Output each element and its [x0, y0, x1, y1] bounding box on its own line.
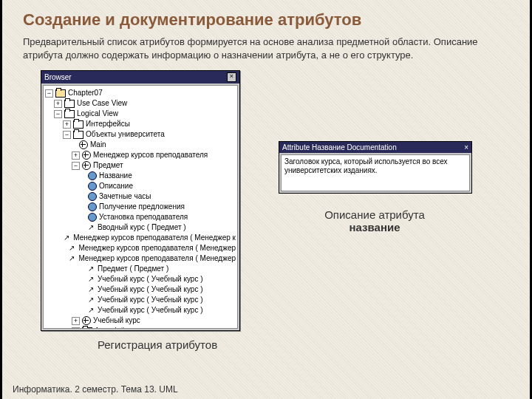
link-icon: [64, 234, 71, 242]
link-icon: [69, 245, 76, 252]
tree-item[interactable]: Предмет ( Предмет ): [98, 264, 168, 274]
left-caption: Регистрация атрибутов: [58, 338, 256, 351]
tree-item[interactable]: Учебный курс ( Учебный курс ): [98, 274, 203, 284]
tree-item[interactable]: Менеджер курсов преподавателя ( Менеджер…: [73, 233, 236, 243]
tree-item[interactable]: Chapter07: [68, 88, 103, 98]
operation-icon: [88, 202, 97, 211]
tree-item[interactable]: Интерфейсы: [86, 119, 130, 129]
tree-item[interactable]: Учебный курс ( Учебный курс ): [98, 284, 203, 295]
package-icon: [64, 100, 75, 108]
expand-icon[interactable]: +: [72, 151, 80, 160]
expand-icon[interactable]: +: [72, 317, 80, 325]
tree-item[interactable]: Объекты университета: [86, 129, 165, 140]
description: Предварительный список атрибутов формиру…: [23, 35, 496, 61]
right-caption: Описание атрибута название: [279, 208, 471, 233]
browser-window: Browser × −Chapter07 +Use Case View −Log…: [41, 70, 240, 331]
tree-item[interactable]: Учебный курс ( Учебный курс ): [98, 295, 203, 305]
tree-item[interactable]: Описание: [99, 181, 133, 191]
class-icon: [82, 151, 91, 160]
folder-icon: [55, 89, 66, 98]
tree-item[interactable]: Logical View: [77, 109, 118, 119]
doc-window: Attribute Название Documentation × Загол…: [279, 141, 472, 194]
tree-item[interactable]: Название: [99, 171, 132, 181]
tree-item[interactable]: Зачетные часы: [99, 191, 151, 202]
tree-item[interactable]: Получение предложения: [99, 202, 185, 212]
tree-item[interactable]: Associations: [95, 326, 136, 329]
package-icon: [73, 131, 83, 139]
package-icon: [64, 110, 75, 118]
collapse-icon[interactable]: −: [54, 110, 62, 118]
collapse-icon[interactable]: −: [63, 131, 71, 139]
doc-body[interactable]: Заголовок курса, который используется во…: [281, 154, 470, 191]
operation-icon: [88, 213, 97, 222]
link-icon: [88, 265, 95, 273]
caption-line2: название: [279, 221, 471, 233]
tree-item[interactable]: Учебный курс ( Учебный курс ): [98, 305, 203, 316]
package-icon: [82, 327, 92, 330]
tree-item[interactable]: Менеджер курсов преподавателя: [93, 150, 208, 160]
class-icon: [79, 140, 88, 149]
tree-item[interactable]: Вводный курс ( Предмет ): [98, 222, 186, 233]
link-icon: [88, 224, 95, 231]
link-icon: [88, 276, 95, 283]
tree-item[interactable]: Предмет: [93, 160, 123, 171]
tree-item[interactable]: Установка преподавателя: [99, 212, 188, 222]
tree-item[interactable]: Менеджер курсов преподавателя ( Менеджер: [78, 253, 236, 264]
collapse-icon[interactable]: −: [45, 89, 53, 98]
caption-line1: Описание атрибута: [324, 208, 425, 221]
browser-tree[interactable]: −Chapter07 +Use Case View −Logical View …: [43, 85, 238, 329]
close-icon[interactable]: ×: [227, 72, 236, 82]
browser-title: Browser: [44, 73, 72, 81]
link-icon: [88, 307, 95, 314]
package-icon: [73, 120, 83, 129]
tree-item[interactable]: Учебный курс: [93, 316, 140, 326]
tree-item[interactable]: Use Case View: [77, 98, 127, 109]
expand-icon[interactable]: +: [63, 120, 71, 129]
tree-item[interactable]: Менеджер курсов преподавателя ( Менеджер: [78, 243, 236, 253]
close-icon[interactable]: ×: [464, 143, 468, 151]
expand-icon[interactable]: +: [72, 327, 80, 330]
attribute-icon: [88, 171, 97, 180]
doc-titlebar: Attribute Название Documentation ×: [279, 142, 471, 153]
class-icon: [82, 161, 91, 170]
link-icon: [88, 296, 95, 304]
class-icon: [82, 316, 91, 325]
doc-title-text: Attribute Название Documentation: [282, 143, 397, 151]
attribute-icon: [88, 192, 97, 201]
browser-titlebar: Browser ×: [41, 71, 239, 83]
tree-item[interactable]: Main: [90, 140, 106, 150]
page-title: Создание и документирование атрибутов: [23, 10, 509, 30]
collapse-icon[interactable]: −: [72, 162, 80, 170]
footer: Информатика. 2 семестр. Тема 13. UML: [13, 384, 178, 395]
attribute-icon: [88, 182, 97, 191]
link-icon: [88, 286, 95, 293]
expand-icon[interactable]: +: [54, 100, 62, 108]
link-icon: [69, 255, 76, 262]
